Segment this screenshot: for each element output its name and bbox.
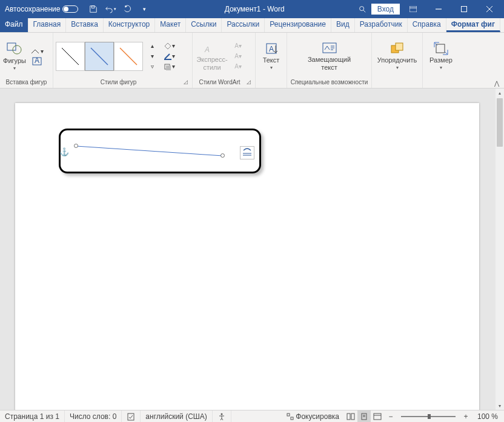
title-bar: Автосохранение ▾ ▾ Документ1 - Word Вход bbox=[0, 0, 504, 18]
group-label-accessibility: Специальные возможности bbox=[290, 79, 369, 85]
selected-shape-container[interactable]: ⚓ bbox=[59, 129, 261, 173]
zoom-slider[interactable] bbox=[401, 416, 456, 417]
text-effects-icon: A▾ bbox=[231, 62, 245, 71]
group-label-shape-styles: Стили фигур bbox=[56, 79, 181, 85]
tab-help[interactable]: Справка bbox=[408, 18, 446, 32]
collapse-ribbon-icon[interactable]: ⋀ bbox=[491, 78, 503, 88]
tab-developer[interactable]: Разработчик bbox=[355, 18, 408, 32]
svg-rect-6 bbox=[462, 7, 467, 12]
zoom-out-icon[interactable]: − bbox=[384, 410, 397, 423]
group-label-wordart: Стили WordArt bbox=[195, 79, 244, 85]
text-fill-icon: A▾ bbox=[231, 41, 245, 50]
tab-file[interactable]: Файл bbox=[0, 18, 28, 32]
svg-rect-32 bbox=[291, 417, 293, 420]
shape-style-1[interactable] bbox=[56, 42, 85, 71]
view-web-icon[interactable] bbox=[371, 410, 384, 423]
redo-icon[interactable] bbox=[121, 2, 134, 16]
svg-text:A: A bbox=[204, 45, 210, 54]
status-word-count[interactable]: Число слов: 0 bbox=[65, 410, 122, 422]
ribbon-tabs: Файл Главная Вставка Конструктор Макет С… bbox=[0, 18, 504, 33]
save-icon[interactable] bbox=[87, 2, 100, 16]
line-shape[interactable] bbox=[74, 144, 225, 156]
tab-layout[interactable]: Макет bbox=[155, 18, 186, 32]
gallery-more-icon[interactable]: ▿ bbox=[145, 62, 159, 71]
close-button[interactable] bbox=[477, 0, 502, 18]
shapes-gallery-button[interactable]: Фигуры ▾ bbox=[2, 36, 27, 76]
shape-fill-icon[interactable]: ▾ bbox=[162, 41, 176, 50]
size-button[interactable]: Размер ▾ bbox=[425, 36, 457, 76]
maximize-button[interactable] bbox=[452, 0, 476, 18]
quick-styles-button: A Экспресс-стили bbox=[195, 36, 229, 76]
autosave-switch[interactable] bbox=[62, 5, 78, 13]
svg-rect-0 bbox=[92, 6, 94, 8]
text-outline-icon: A▾ bbox=[231, 52, 245, 61]
shape-outline-icon[interactable]: ▾ bbox=[162, 52, 176, 61]
svg-rect-31 bbox=[287, 414, 290, 416]
svg-rect-24 bbox=[396, 43, 403, 50]
svg-rect-9 bbox=[7, 43, 16, 50]
svg-line-15 bbox=[120, 48, 137, 65]
svg-rect-29 bbox=[128, 414, 134, 420]
status-page[interactable]: Страница 1 из 1 bbox=[0, 410, 65, 422]
resize-handle-end[interactable] bbox=[220, 153, 225, 158]
gallery-row-up-icon[interactable]: ▴ bbox=[145, 41, 159, 50]
layout-options-button[interactable] bbox=[240, 146, 254, 159]
vertical-scrollbar[interactable]: ▴ ▾ bbox=[496, 89, 504, 410]
svg-rect-34 bbox=[351, 414, 354, 420]
svg-text:A: A bbox=[269, 45, 274, 53]
ribbon-display-icon[interactable] bbox=[401, 0, 425, 18]
status-accessibility-icon[interactable] bbox=[213, 410, 231, 422]
gallery-row-down-icon[interactable]: ▾ bbox=[145, 52, 159, 61]
zoom-level[interactable]: 100 % bbox=[472, 410, 504, 422]
tab-review[interactable]: Рецензирование bbox=[265, 18, 331, 32]
tab-mailings[interactable]: Рассылки bbox=[222, 18, 265, 32]
shape-style-3[interactable] bbox=[114, 42, 143, 71]
shape-effects-icon[interactable]: ▾ bbox=[162, 62, 176, 71]
tab-view[interactable]: Вид bbox=[331, 18, 355, 32]
svg-point-30 bbox=[220, 413, 222, 415]
ribbon: Фигуры ▾ ▾ A Вставка фигур ▴ ▾ ▿ ▾ bbox=[0, 33, 504, 89]
tab-insert[interactable]: Вставка bbox=[66, 18, 104, 32]
page[interactable]: ⚓ bbox=[15, 103, 479, 410]
status-language[interactable]: английский (США) bbox=[141, 410, 212, 422]
minimize-button[interactable] bbox=[426, 0, 451, 18]
svg-rect-25 bbox=[436, 44, 445, 53]
size-label: Размер bbox=[429, 56, 453, 64]
svg-rect-18 bbox=[166, 65, 171, 70]
autosave-toggle[interactable]: Автосохранение bbox=[0, 5, 83, 13]
scroll-up-icon[interactable]: ▴ bbox=[496, 89, 504, 97]
titlebar-right: Вход bbox=[354, 0, 504, 18]
undo-icon[interactable]: ▾ bbox=[104, 2, 117, 16]
scroll-thumb[interactable] bbox=[497, 98, 503, 147]
text-direction-button[interactable]: A Текст ▾ bbox=[258, 36, 284, 76]
alt-text-button[interactable]: Замещающий текст bbox=[305, 36, 354, 76]
resize-handle-start[interactable] bbox=[74, 144, 78, 148]
arrange-button[interactable]: Упорядочить ▾ bbox=[374, 36, 420, 76]
svg-rect-33 bbox=[347, 414, 350, 420]
view-read-icon[interactable] bbox=[344, 410, 357, 423]
scroll-down-icon[interactable]: ▾ bbox=[496, 401, 504, 410]
tab-home[interactable]: Главная bbox=[28, 18, 67, 32]
dialog-launcher-wordart[interactable]: ◿ bbox=[244, 78, 253, 86]
tab-references[interactable]: Ссылки bbox=[186, 18, 222, 32]
status-focus[interactable]: Фокусировка bbox=[282, 410, 344, 422]
edit-shape-icon[interactable]: ▾ bbox=[30, 47, 44, 56]
tab-shape-format[interactable]: Формат фиг bbox=[446, 18, 500, 32]
search-icon[interactable] bbox=[354, 2, 370, 16]
shape-style-2[interactable] bbox=[85, 42, 114, 71]
chevron-down-icon: ▾ bbox=[440, 65, 442, 70]
dialog-launcher-shape-styles[interactable]: ◿ bbox=[181, 78, 190, 86]
view-print-icon[interactable] bbox=[357, 410, 371, 423]
login-button[interactable]: Вход bbox=[371, 4, 400, 15]
group-insert-shapes: Фигуры ▾ ▾ A Вставка фигур bbox=[0, 33, 53, 88]
anchor-icon: ⚓ bbox=[59, 147, 69, 156]
shape-style-gallery[interactable] bbox=[56, 42, 143, 71]
zoom-in-icon[interactable]: + bbox=[459, 410, 472, 423]
status-bar: Страница 1 из 1 Число слов: 0 английский… bbox=[0, 410, 504, 422]
text-box-icon[interactable]: A bbox=[30, 57, 44, 66]
status-proofing-icon[interactable] bbox=[122, 410, 141, 422]
group-wordart-styles: A Экспресс-стили A▾ A▾ A▾ Стили WordArt◿ bbox=[193, 33, 256, 88]
svg-text:A: A bbox=[35, 57, 39, 65]
qat-customize-icon[interactable]: ▾ bbox=[138, 2, 151, 16]
tab-design[interactable]: Конструктор bbox=[104, 18, 155, 32]
